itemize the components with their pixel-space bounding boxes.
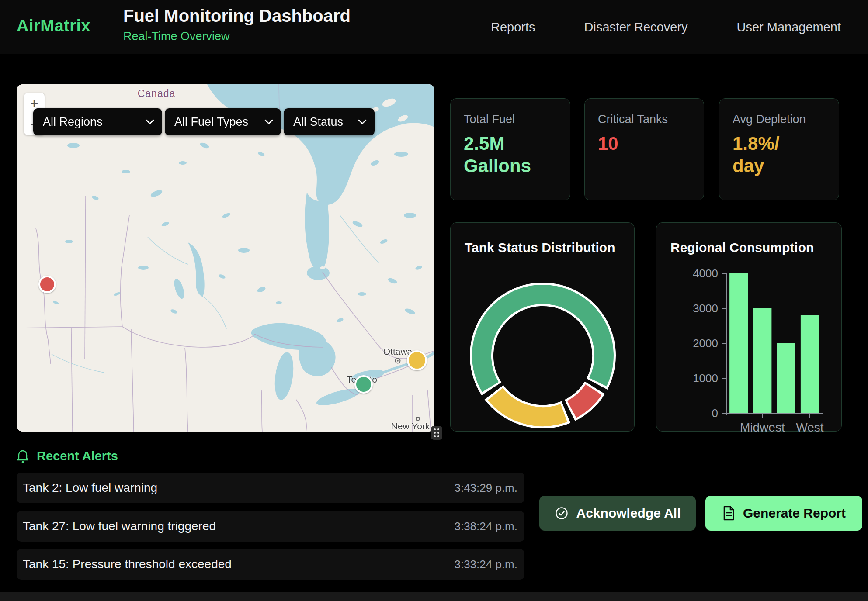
page-title: Fuel Monitoring Dashboard xyxy=(123,6,351,26)
bar-west xyxy=(801,315,819,413)
stat-label: Critical Tanks xyxy=(598,113,691,126)
chart-title-tank-status: Tank Status Distribution xyxy=(465,240,615,255)
stat-card-total-fuel: Total Fuel 2.5M Gallons xyxy=(450,98,570,200)
alert-text: Tank 15: Pressure threshold exceeded xyxy=(23,557,232,571)
nav-item-reports[interactable]: Reports xyxy=(491,20,535,35)
map-canvas[interactable]: CanadaOttawaTorontoNew York All Regions … xyxy=(17,84,434,432)
alert-text: Tank 27: Low fuel warning triggered xyxy=(23,519,216,533)
fuel-map[interactable]: CanadaOttawaTorontoNew York All Regions … xyxy=(17,84,434,432)
stat-label: Total Fuel xyxy=(464,113,557,126)
y-tick-label: 2000 xyxy=(693,337,718,350)
alerts-header: Recent Alerts xyxy=(17,449,118,463)
regional-consumption-chart-card: Regional Consumption 01000200030004000Mi… xyxy=(656,222,842,432)
fuel-type-filter-select[interactable]: All Fuel Types xyxy=(165,108,281,135)
tank-status-chart-card: Tank Status Distribution xyxy=(450,222,635,432)
y-tick-label: 0 xyxy=(712,407,718,420)
donut-segment-critical xyxy=(572,390,594,410)
chevron-down-icon xyxy=(146,119,154,124)
nav-item-user-management[interactable]: User Management xyxy=(736,20,841,35)
region-filter-select[interactable]: All Regions xyxy=(33,108,162,135)
header: AirMatrix Fuel Monitoring Dashboard Real… xyxy=(0,0,868,54)
stat-value-critical-tanks: 10 xyxy=(598,132,691,155)
generate-report-button[interactable]: Generate Report xyxy=(705,496,862,531)
chart-title-regional-consumption: Regional Consumption xyxy=(670,240,814,255)
tank-marker-normal[interactable] xyxy=(354,375,373,394)
y-tick-label: 1000 xyxy=(693,372,718,385)
page-subtitle: Real-Time Overview xyxy=(123,30,351,43)
alert-row[interactable]: Tank 15: Pressure threshold exceeded 3:3… xyxy=(17,549,524,580)
title-block: Fuel Monitoring Dashboard Real-Time Over… xyxy=(123,6,351,43)
donut-segment-normal xyxy=(482,294,604,387)
map-geography xyxy=(17,84,434,432)
stat-card-avg-depletion: Avg Depletion 1.8%/ day xyxy=(719,98,839,200)
alert-time: 3:43:29 p.m. xyxy=(454,481,517,495)
bar-region-3 xyxy=(777,343,795,413)
alert-row[interactable]: Tank 2: Low fuel warning 3:43:29 p.m. xyxy=(17,473,524,503)
tank-marker-warning[interactable] xyxy=(407,350,427,370)
alert-row[interactable]: Tank 27: Low fuel warning triggered 3:38… xyxy=(17,511,524,542)
stat-card-critical-tanks: Critical Tanks 10 xyxy=(584,98,704,200)
tank-marker-critical[interactable] xyxy=(38,276,56,293)
fuel-type-filter-value: All Fuel Types xyxy=(174,115,248,129)
stat-value-avg-depletion: 1.8%/ day xyxy=(733,132,826,177)
fuel-monitoring-dashboard: AirMatrix Fuel Monitoring Dashboard Real… xyxy=(0,0,868,601)
chevron-down-icon xyxy=(264,119,273,124)
y-tick-label: 3000 xyxy=(693,302,718,315)
alert-text: Tank 2: Low fuel warning xyxy=(23,481,157,495)
bell-icon xyxy=(17,449,29,463)
alert-time: 3:38:24 p.m. xyxy=(454,520,517,533)
generate-report-label: Generate Report xyxy=(743,506,846,521)
chevron-down-icon xyxy=(358,119,367,124)
acknowledge-all-button[interactable]: Acknowledge All xyxy=(539,496,696,531)
bottom-strip xyxy=(0,592,868,601)
resize-drag-handle[interactable] xyxy=(431,426,442,440)
bar-region-1 xyxy=(729,273,748,413)
acknowledge-all-label: Acknowledge All xyxy=(576,506,681,521)
region-filter-value: All Regions xyxy=(43,115,103,129)
nav-item-disaster-recovery[interactable]: Disaster Recovery xyxy=(584,20,688,35)
x-tick-label-west: West xyxy=(796,421,823,432)
y-tick-label: 4000 xyxy=(693,267,718,280)
main-nav: Reports Disaster Recovery User Managemen… xyxy=(491,0,841,54)
alert-time: 3:33:24 p.m. xyxy=(454,558,517,571)
status-filter-select[interactable]: All Status xyxy=(284,108,375,135)
check-circle-icon xyxy=(555,506,569,520)
stat-value-total-fuel: 2.5M Gallons xyxy=(464,132,557,177)
map-filter-bar: All Regions All Fuel Types All Status xyxy=(33,108,375,135)
bar-midwest xyxy=(753,308,771,413)
document-icon xyxy=(722,506,735,521)
brand-logo[interactable]: AirMatrix xyxy=(17,17,90,35)
status-filter-value: All Status xyxy=(293,115,343,129)
x-tick-label-midwest: Midwest xyxy=(740,421,785,432)
stat-label: Avg Depletion xyxy=(733,113,826,126)
alerts-section-title: Recent Alerts xyxy=(37,449,118,463)
